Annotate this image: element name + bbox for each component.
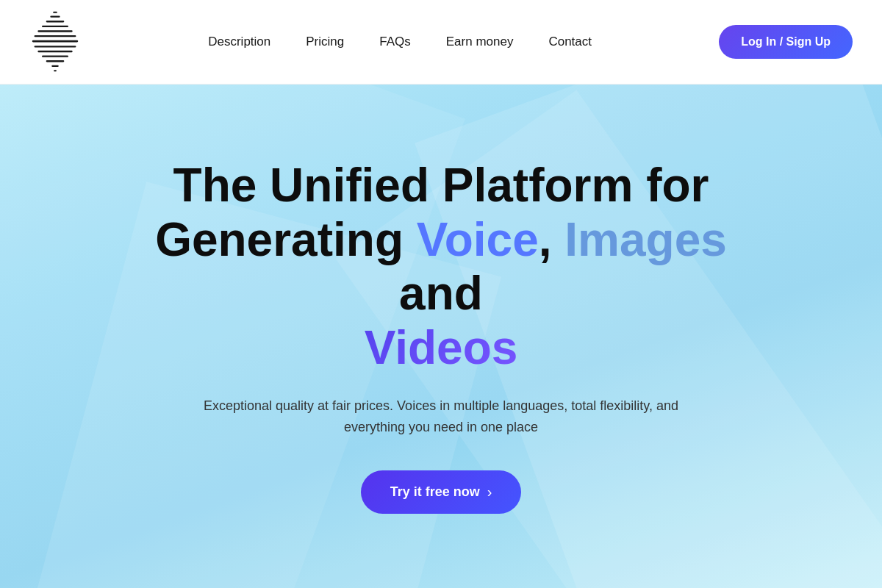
nav-description[interactable]: Description: [208, 35, 270, 49]
site-header: Description Pricing FAQs Earn money Cont…: [0, 0, 882, 85]
svg-rect-5: [35, 35, 76, 37]
svg-rect-0: [53, 12, 57, 13]
nav-faqs[interactable]: FAQs: [379, 35, 411, 49]
hero-title-videos: Videos: [365, 321, 518, 374]
svg-rect-4: [37, 30, 72, 32]
hero-title-generating: Generating: [155, 213, 417, 266]
svg-rect-6: [32, 40, 79, 43]
cta-button[interactable]: Try it free now ›: [361, 470, 522, 514]
login-signup-button[interactable]: Log In / Sign Up: [719, 25, 853, 59]
logo[interactable]: [29, 9, 81, 75]
cta-label: Try it free now: [390, 484, 480, 500]
svg-rect-9: [42, 55, 68, 57]
svg-rect-10: [46, 60, 65, 62]
hero-content: The Unified Platform for Generating Voic…: [140, 159, 742, 514]
cta-arrow-icon: ›: [487, 484, 492, 501]
hero-title-prefix: The Unified Platform for: [173, 159, 709, 212]
hero-title-comma: ,: [539, 213, 552, 266]
svg-rect-8: [37, 51, 72, 52]
nav-earn-money[interactable]: Earn money: [446, 35, 514, 49]
svg-rect-12: [54, 70, 57, 71]
nav-pricing[interactable]: Pricing: [306, 35, 344, 49]
hero-title: The Unified Platform for Generating Voic…: [154, 159, 728, 375]
svg-rect-7: [35, 46, 76, 47]
main-nav: Description Pricing FAQs Earn money Cont…: [208, 35, 592, 49]
hero-title-voice: Voice: [417, 213, 539, 266]
svg-rect-1: [50, 15, 60, 17]
svg-rect-3: [42, 26, 68, 27]
hero-subtitle: Exceptional quality at fair prices. Voic…: [198, 395, 684, 438]
hero-section: The Unified Platform for Generating Voic…: [0, 85, 882, 588]
nav-contact[interactable]: Contact: [548, 35, 592, 49]
svg-rect-2: [46, 21, 65, 22]
hero-title-images: Images: [552, 213, 727, 266]
hero-title-and: and: [399, 267, 483, 320]
svg-rect-11: [51, 65, 58, 67]
